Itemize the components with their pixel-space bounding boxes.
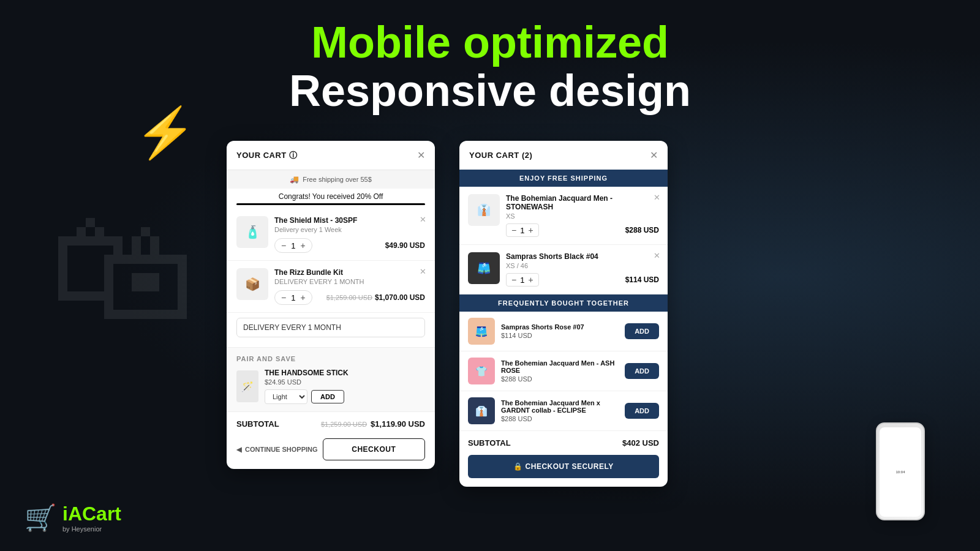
fbt-add-sampras-rose-button[interactable]: ADD [625, 323, 659, 339]
right-shipping-banner: ENJOY FREE SHIPPING [459, 170, 668, 187]
shield-mist-name: The Shield Mist - 30SPF [274, 216, 425, 225]
rizz-bundle-image: 📦 [236, 268, 268, 300]
remove-bohemian-button[interactable]: ✕ [654, 193, 660, 202]
rizz-bundle-old-price: $1,259.00 USD [326, 294, 372, 301]
bohemian-variant: XS [506, 212, 659, 220]
rizz-bundle-qty: 1 [291, 293, 295, 302]
fbt-add-bohemian-eclipse-button[interactable]: ADD [625, 403, 659, 419]
delivery-select-row: DELIVERY EVERY 1 MONTH [227, 313, 435, 347]
bohemian-qty-control: − 1 + [506, 223, 539, 237]
discount-bar: Congrats! You received 20% Off [227, 189, 435, 209]
sampras-rose-name: Sampras Shorts Rose #07 [501, 323, 619, 331]
fbt-add-bohemian-ash-rose-button[interactable]: ADD [625, 363, 659, 379]
sampras-price: $114 USD [625, 276, 659, 284]
discount-text: Congrats! You received 20% Off [279, 192, 383, 201]
handsome-stick-image: 🪄 [236, 370, 258, 402]
handsome-stick-details: THE HANDSOME STICK $24.95 USD Light Dark… [265, 369, 425, 404]
shield-mist-image: 🧴 [236, 216, 268, 248]
right-subtotal-row: SUBTOTAL $402 USD [459, 431, 668, 452]
right-item-sampras-shorts: ✕ 🩳 Sampras Shorts Black #04 XS / 46 − 1… [459, 245, 668, 294]
bohemian-price: $288 USD [625, 226, 659, 234]
free-shipping-bar: 🚚 Free shipping over 55$ [227, 170, 435, 189]
rizz-bundle-qty-row: − 1 + $1,259.00 USD $1,070.00 USD [274, 290, 425, 305]
sampras-qty: 1 [520, 276, 524, 285]
cart-left-header: YOUR CART ⓘ ✕ [227, 141, 435, 170]
rizz-bundle-sub: DELIVERY EVERY 1 MONTH [274, 278, 425, 285]
free-shipping-text: Free shipping over 55$ [303, 176, 372, 183]
right-item-bohemian: ✕ 👔 The Bohemian Jacquard Men - STONEWAS… [459, 187, 668, 245]
cart-right-header: YOUR CART (2) ✕ [459, 141, 668, 170]
shield-mist-qty: 1 [291, 241, 295, 250]
pair-controls: Light Dark ADD [265, 389, 425, 404]
delivery-frequency-select[interactable]: DELIVERY EVERY 1 MONTH [236, 318, 425, 337]
rizz-bundle-qty-control: − 1 + [274, 290, 312, 305]
sampras-details: Sampras Shorts Black #04 XS / 46 − 1 + $… [506, 252, 659, 287]
continue-shopping-label: CONTINUE SHOPPING [245, 446, 318, 453]
logo-cart-icon: 🛒 [24, 503, 56, 533]
sampras-increase-button[interactable]: + [528, 275, 533, 285]
checkout-button[interactable]: CHECKOUT [323, 438, 425, 460]
right-subtotal-price: $402 USD [622, 438, 659, 448]
bohemian-ash-rose-details: The Bohemian Jacquard Men - ASH ROSE $28… [501, 359, 619, 383]
cart-right-close-button[interactable]: ✕ [650, 149, 658, 161]
handsome-stick-price: $24.95 USD [265, 378, 425, 386]
cart-left-title: YOUR CART ⓘ [236, 150, 297, 161]
handsome-stick-name: THE HANDSOME STICK [265, 369, 425, 377]
cart-left-panel: YOUR CART ⓘ ✕ 🚚 Free shipping over 55$ C… [227, 141, 435, 469]
background-silhouette: 🛍 [49, 184, 196, 353]
bohemian-ash-rose-price: $288 USD [501, 375, 619, 383]
bohemian-qty-row: − 1 + $288 USD [506, 223, 659, 237]
sampras-variant: XS / 46 [506, 262, 659, 269]
rizz-bundle-increase-button[interactable]: + [300, 293, 305, 302]
logo-brand: iACart [62, 503, 121, 525]
fbt-banner: FREQUENTLY BOUGHT TOGETHER [459, 294, 668, 312]
remove-shield-mist-button[interactable]: ✕ [420, 215, 426, 224]
rizz-bundle-prices: $1,259.00 USD $1,070.00 USD [326, 293, 425, 302]
left-subtotal-prices: $1,259.00 USD $1,119.90 USD [321, 419, 425, 429]
left-subtotal-new-price: $1,119.90 USD [371, 419, 425, 429]
back-icon: ◀ [236, 446, 241, 454]
bohemian-increase-button[interactable]: + [528, 225, 533, 235]
pair-add-button[interactable]: ADD [311, 390, 344, 403]
fbt-item-bohemian-ash-rose: 👕 The Bohemian Jacquard Men - ASH ROSE $… [459, 351, 668, 391]
logo-text: iACart by Heysenior [62, 503, 121, 533]
pair-variant-select[interactable]: Light Dark [265, 389, 307, 404]
bohemian-eclipse-image: 👔 [468, 397, 495, 424]
cart-item-shield-mist: ✕ 🧴 The Shield Mist - 30SPF Delivery eve… [227, 209, 435, 261]
cart-left-close-button[interactable]: ✕ [417, 149, 425, 161]
sampras-rose-price: $114 USD [501, 332, 619, 339]
truck-icon: 🚚 [290, 175, 299, 184]
bohemian-details: The Bohemian Jacquard Men - STONEWASH XS… [506, 194, 659, 237]
phone-mockup: 10:04 [876, 422, 925, 520]
sampras-image: 🩳 [468, 252, 500, 284]
right-subtotal-label: SUBTOTAL [468, 438, 511, 448]
logo-by: by Heysenior [62, 525, 121, 533]
bohemian-name: The Bohemian Jacquard Men - STONEWASH [506, 194, 659, 211]
left-subtotal-row: SUBTOTAL $1,259.00 USD $1,119.90 USD [227, 411, 435, 433]
sampras-decrease-button[interactable]: − [511, 275, 516, 285]
shield-mist-details: The Shield Mist - 30SPF Delivery every 1… [274, 216, 425, 253]
fbt-item-bohemian-eclipse: 👔 The Bohemian Jacquard Men x GARDNT col… [459, 391, 668, 431]
cart-right-title: YOUR CART (2) [469, 151, 532, 160]
rizz-bundle-name: The Rizz Bundle Kit [274, 268, 425, 277]
cart-item-rizz-bundle: ✕ 📦 The Rizz Bundle Kit DELIVERY EVERY 1… [227, 261, 435, 313]
shield-mist-increase-button[interactable]: + [300, 241, 305, 250]
shield-mist-qty-control: − 1 + [274, 238, 312, 253]
bohemian-decrease-button[interactable]: − [511, 225, 516, 235]
bohemian-ash-rose-name: The Bohemian Jacquard Men - ASH ROSE [501, 359, 619, 374]
pair-save-title: PAIR AND SAVE [236, 355, 425, 362]
sampras-qty-control: − 1 + [506, 273, 539, 287]
rizz-bundle-decrease-button[interactable]: − [281, 293, 286, 302]
shield-mist-price: $49.90 USD [385, 241, 425, 250]
continue-shopping-button[interactable]: ◀ CONTINUE SHOPPING [236, 438, 318, 460]
remove-rizz-bundle-button[interactable]: ✕ [420, 267, 426, 276]
shield-mist-decrease-button[interactable]: − [281, 241, 286, 250]
checkout-securely-button[interactable]: 🔒 CHECKOUT SECURELY [468, 455, 659, 478]
pair-and-save-section: PAIR AND SAVE 🪄 THE HANDSOME STICK $24.9… [227, 347, 435, 411]
bohemian-qty: 1 [520, 226, 524, 235]
bohemian-image: 👔 [468, 194, 500, 226]
sampras-rose-image: 🩳 [468, 318, 495, 345]
remove-sampras-button[interactable]: ✕ [654, 251, 660, 260]
cart-left-actions: ◀ CONTINUE SHOPPING CHECKOUT [227, 433, 435, 469]
sampras-qty-row: − 1 + $114 USD [506, 273, 659, 287]
